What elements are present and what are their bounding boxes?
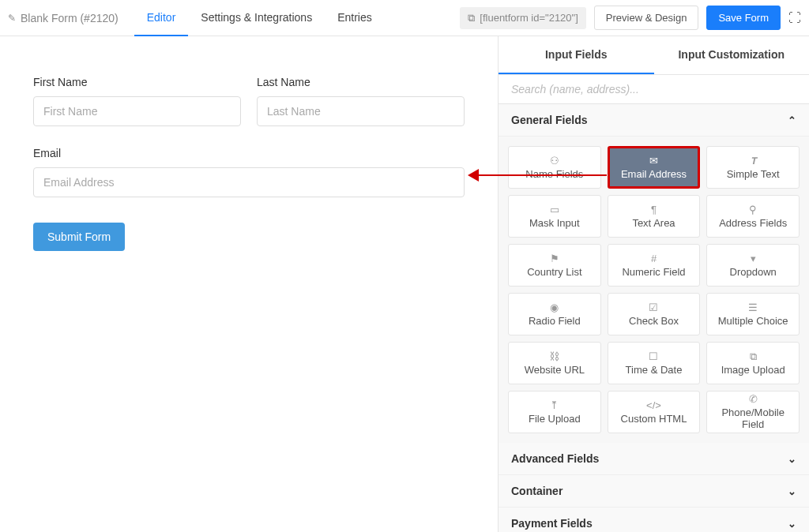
field-card-phone-mobile-field[interactable]: ✆Phone/Mobile Field [706,391,800,433]
field-card-dropdown[interactable]: ▾Dropdown [706,244,800,287]
text-icon: 𝙏 [751,155,756,166]
sidebar-tabs: Input Fields Input Customization [499,36,809,75]
chevron-down-icon: ⌄ [788,453,796,465]
pin-icon: ⚲ [749,204,757,215]
email-field[interactable]: Email [33,147,465,197]
field-card-multiple-choice[interactable]: ☰Multiple Choice [706,293,800,335]
field-card-label: File Upload [529,413,581,425]
edit-icon: ✎ [8,13,16,24]
field-card-label: Multiple Choice [718,315,788,327]
last-name-label: Last Name [257,76,465,88]
submit-button[interactable]: Submit Form [33,223,125,251]
first-name-label: First Name [33,76,241,88]
code-icon: </> [646,400,661,410]
calendar-icon: ☐ [649,351,658,362]
field-card-email-address[interactable]: ✉Email Address [608,146,701,189]
fullscreen-icon[interactable]: ⛶ [788,11,801,25]
general-fields-grid: ⚇Name Fields✉Email Address𝙏Simple Text▭M… [499,137,809,443]
field-card-label: Email Address [621,168,687,180]
nav-tabs: Editor Settings & Integrations Entries [134,0,385,36]
field-card-time-date[interactable]: ☐Time & Date [608,342,701,384]
field-card-name-fields[interactable]: ⚇Name Fields [508,146,601,189]
field-card-custom-html[interactable]: </>Custom HTML [608,391,701,433]
chevron-down-icon: ⌄ [788,485,796,497]
last-name-field[interactable]: Last Name [257,76,465,126]
email-input[interactable] [33,167,465,197]
field-card-label: Phone/Mobile Field [710,406,796,430]
chevron-up-icon: ⌃ [788,114,796,126]
tab-settings[interactable]: Settings & Integrations [188,0,325,36]
field-card-label: Address Fields [719,217,787,229]
shortcode-box[interactable]: ⧉ [fluentform id="2120"] [460,7,586,29]
save-button[interactable]: Save Form [706,6,781,30]
field-card-label: Numeric Field [622,266,685,278]
shortcode-text: [fluentform id="2120"] [480,12,578,24]
mail-icon: ✉ [649,155,658,166]
section-payment[interactable]: Payment Fields ⌄ [499,508,809,532]
field-card-address-fields[interactable]: ⚲Address Fields [706,195,800,238]
email-label: Email [33,147,465,159]
field-card-label: Radio Field [529,315,581,327]
field-card-label: Custom HTML [621,413,687,425]
field-card-website-url[interactable]: ⛓Website URL [508,342,601,384]
first-name-input[interactable] [33,96,241,126]
chevron-down-icon: ⌄ [788,518,796,530]
field-card-label: Simple Text [727,168,780,180]
section-container-title: Container [511,485,563,497]
tab-input-fields[interactable]: Input Fields [499,36,654,74]
section-general-title: General Fields [511,114,587,126]
section-advanced[interactable]: Advanced Fields ⌄ [499,443,809,475]
list-icon: ☰ [748,302,758,313]
preview-button[interactable]: Preview & Design [594,6,699,30]
field-card-file-upload[interactable]: ⤒File Upload [508,391,601,433]
field-card-label: Check Box [629,315,679,327]
field-card-radio-field[interactable]: ◉Radio Field [508,293,601,335]
search-input[interactable] [511,83,796,96]
editor-panel: First Name Last Name Email Submit Form [0,36,498,532]
section-container[interactable]: Container ⌄ [499,475,809,508]
section-payment-title: Payment Fields [511,517,593,530]
field-card-label: Website URL [525,364,585,376]
phone-icon: ✆ [749,394,758,404]
field-card-label: Dropdown [730,266,777,278]
flag-icon: ⚑ [550,253,559,264]
first-name-field[interactable]: First Name [33,76,241,126]
link-icon: ⛓ [549,351,559,362]
field-card-country-list[interactable]: ⚑Country List [508,244,601,287]
field-card-label: Country List [527,266,581,278]
image-icon: ⧉ [750,351,757,362]
field-card-label: Image Upload [721,364,785,376]
dropdown-icon: ▾ [751,253,756,264]
user-icon: ⚇ [550,155,559,166]
section-general[interactable]: General Fields ⌃ [499,104,809,137]
field-card-numeric-field[interactable]: #Numeric Field [608,244,701,287]
tab-editor[interactable]: Editor [134,0,189,36]
check-icon: ☑ [649,302,658,313]
tab-input-customization[interactable]: Input Customization [654,36,810,74]
tab-entries[interactable]: Entries [325,0,385,36]
field-card-check-box[interactable]: ☑Check Box [608,293,701,335]
field-card-label: Name Fields [525,168,583,180]
field-card-label: Time & Date [626,364,683,376]
form-name-label[interactable]: ✎ Blank Form (#2120) [8,12,119,24]
upload-icon: ⤒ [550,400,559,410]
field-card-text-area[interactable]: ¶Text Area [608,195,701,238]
textarea-icon: ¶ [651,204,657,215]
field-card-mask-input[interactable]: ▭Mask Input [508,195,601,238]
field-card-label: Text Area [632,217,675,229]
sidebar: Input Fields Input Customization General… [498,36,809,532]
field-card-image-upload[interactable]: ⧉Image Upload [706,342,800,384]
radio-icon: ◉ [550,302,559,313]
field-card-label: Mask Input [529,217,580,229]
field-card-simple-text[interactable]: 𝙏Simple Text [706,146,800,189]
last-name-input[interactable] [257,96,465,126]
form-name-text: Blank Form (#2120) [21,12,119,24]
hash-icon: # [651,253,657,264]
mask-icon: ▭ [550,204,559,215]
section-advanced-title: Advanced Fields [511,452,599,465]
copy-icon: ⧉ [468,12,475,24]
search-box [499,75,809,104]
header-bar: ✎ Blank Form (#2120) Editor Settings & I… [0,0,809,36]
